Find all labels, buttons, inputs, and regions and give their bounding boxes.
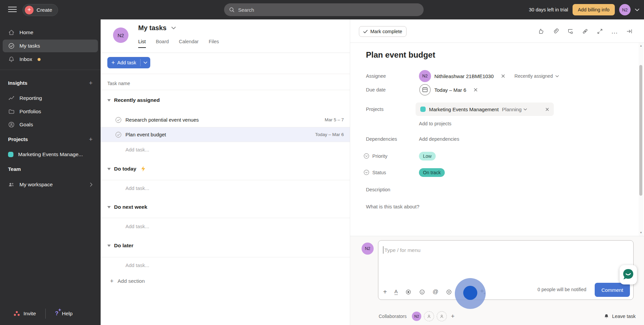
sidebar-item-label: Portfolios — [19, 109, 41, 115]
task-title[interactable]: Plan event budget — [366, 50, 435, 60]
create-button[interactable]: + Create — [22, 4, 58, 16]
task-row[interactable]: Research potential event venues Mar 5 – … — [101, 113, 350, 127]
section-name: Do today — [114, 166, 136, 172]
sidebar-item-my-tasks[interactable]: My tasks — [3, 40, 98, 52]
scroll-down-icon[interactable]: ▼ — [639, 231, 643, 235]
comment-button[interactable]: Comment — [595, 283, 630, 297]
sidebar-item-inbox[interactable]: Inbox — [3, 53, 98, 66]
add-project-button[interactable]: + — [89, 136, 93, 142]
mark-complete-label: Mark complete — [370, 29, 402, 34]
page-title[interactable]: My tasks — [138, 24, 176, 32]
tab-files[interactable]: Files — [209, 39, 219, 48]
search-input[interactable]: Search — [224, 3, 424, 16]
sidebar-item-reporting[interactable]: Reporting — [3, 92, 98, 105]
remove-project-icon[interactable] — [545, 108, 549, 111]
invite-button[interactable]: Invite — [13, 311, 36, 317]
collapse-triangle-icon[interactable] — [107, 245, 111, 247]
sidebar-item-goals[interactable]: Goals — [3, 118, 98, 131]
project-section-dropdown[interactable]: Planning — [502, 107, 527, 112]
tab-board[interactable]: Board — [156, 39, 169, 48]
section-header-do-next-week[interactable]: Do next week — [107, 204, 147, 210]
description-input[interactable]: What is this task about? — [366, 204, 419, 209]
team-header-label: Team — [8, 166, 21, 172]
subtasks-icon[interactable] — [567, 28, 574, 35]
add-section-button[interactable]: + Add section — [110, 278, 145, 284]
trial-countdown: 30 days left in trial — [529, 7, 568, 12]
user-avatar[interactable]: N2 — [619, 4, 631, 15]
like-icon[interactable] — [537, 28, 544, 35]
text-format-icon[interactable]: A — [394, 289, 398, 295]
remove-assignee-icon[interactable] — [501, 74, 505, 78]
tab-list[interactable]: List — [138, 39, 146, 48]
add-task-options-button[interactable] — [141, 57, 150, 68]
expand-icon[interactable] — [596, 28, 603, 35]
add-insight-button[interactable]: + — [89, 80, 93, 86]
account-chevron-down-icon[interactable] — [635, 8, 639, 11]
sidebar-item-project-marketing[interactable]: Marketing Events Manage... — [3, 148, 98, 161]
task-due-date: Today – Mar 6 — [315, 132, 344, 137]
collapse-triangle-icon[interactable] — [107, 206, 111, 208]
add-to-projects-link[interactable]: Add to projects — [419, 121, 451, 126]
help-label: Help — [62, 311, 72, 317]
add-task-inline[interactable]: Add task... — [125, 185, 149, 191]
attachment-icon[interactable] — [552, 28, 559, 35]
empty-collaborator-slot[interactable] — [424, 311, 434, 321]
leave-task-button[interactable]: Leave task — [604, 313, 636, 319]
mark-complete-button[interactable]: Mark complete — [359, 26, 407, 37]
section-header-do-today[interactable]: Do today — [107, 166, 146, 172]
sidebar-toggle-icon[interactable] — [8, 7, 17, 13]
ai-sparkle-icon[interactable] — [479, 288, 486, 296]
add-task-inline[interactable]: Add task... — [125, 147, 149, 152]
task-check-circle-icon[interactable] — [115, 117, 122, 123]
sidebar-item-my-workspace[interactable]: My workspace — [3, 178, 98, 191]
panel-scrollbar[interactable]: ▲ ▼ — [639, 43, 643, 236]
emoji-icon[interactable] — [419, 289, 425, 295]
collapse-triangle-icon[interactable] — [107, 99, 111, 102]
goals-icon — [8, 121, 15, 128]
task-row-selected[interactable]: Plan event budget Today – Mar 6 — [101, 127, 350, 142]
column-header-task-name[interactable]: Task name — [107, 77, 130, 90]
add-task-inline[interactable]: Add task... — [125, 262, 149, 268]
calendar-icon[interactable] — [419, 84, 431, 96]
priority-badge[interactable]: Low — [419, 152, 436, 160]
remove-due-date-icon[interactable] — [474, 88, 478, 92]
project-pill[interactable]: Marketing Events Management Planning — [416, 103, 554, 116]
my-tasks-page: N2 My tasks List Board Calendar Files + … — [101, 19, 350, 325]
assignee-name[interactable]: Nithileashwar 21BME1030 — [434, 73, 494, 79]
recently-assigned-dropdown[interactable]: Recently assigned — [515, 73, 559, 79]
scroll-up-icon[interactable]: ▲ — [639, 44, 643, 48]
mention-icon[interactable]: @ — [433, 288, 438, 295]
section-header-recently-assigned[interactable]: Recently assigned — [107, 97, 160, 103]
record-video-icon[interactable] — [405, 289, 412, 295]
help-button[interactable]: ? Help — [55, 310, 72, 317]
more-options-icon[interactable]: … — [611, 30, 618, 32]
add-collaborator-button[interactable]: + — [451, 313, 454, 320]
comment-input[interactable]: Type / for menu + A @ 0 people will be n… — [378, 240, 634, 300]
tab-calendar[interactable]: Calendar — [179, 39, 199, 48]
section-header-do-later[interactable]: Do later — [107, 243, 133, 249]
field-circle-chevron-icon — [364, 153, 369, 159]
add-task-button[interactable]: + Add task — [107, 57, 140, 68]
status-badge[interactable]: On track — [419, 168, 445, 177]
empty-collaborator-slot[interactable] — [437, 311, 447, 321]
copy-link-icon[interactable] — [582, 28, 589, 35]
sidebar-item-label: My tasks — [19, 43, 40, 49]
dependencies-label: Dependencies — [366, 136, 397, 142]
sidebar-item-home[interactable]: Home — [3, 26, 98, 39]
add-task-inline[interactable]: Add task... — [125, 223, 149, 229]
task-check-circle-icon[interactable] — [115, 131, 122, 138]
due-date-value[interactable]: Today – Mar 6 — [434, 87, 466, 93]
asana-logo-icon — [13, 311, 20, 317]
attach-plus-icon[interactable]: + — [383, 288, 387, 295]
add-billing-info-button[interactable]: Add billing info — [573, 4, 615, 15]
team-section-header: Team — [8, 166, 93, 172]
chevron-down-icon — [555, 75, 559, 77]
sidebar-item-portfolios[interactable]: Portfolios — [3, 105, 98, 118]
close-panel-icon[interactable] — [626, 28, 633, 35]
collapse-triangle-icon[interactable] — [107, 168, 111, 170]
scrollbar-thumb[interactable] — [639, 65, 642, 196]
support-chat-widget[interactable] — [620, 265, 637, 284]
add-dependencies-link[interactable]: Add dependencies — [419, 136, 459, 142]
appreciation-icon[interactable] — [446, 289, 452, 295]
collaborator-avatar[interactable]: N2 — [412, 312, 421, 321]
